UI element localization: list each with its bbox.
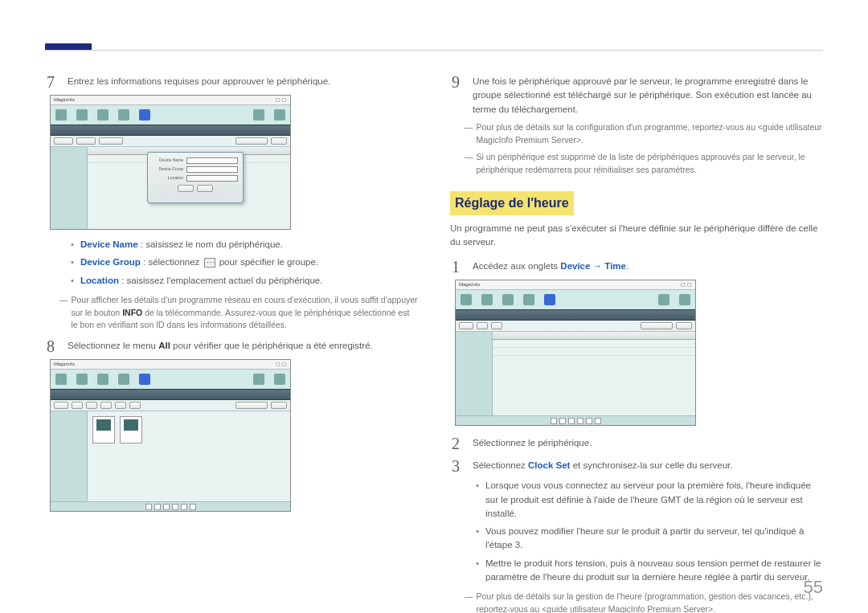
step-text: Accédez aux onglets Device → Time. — [473, 257, 823, 275]
screenshot-main — [493, 332, 695, 415]
step-number: 3 — [450, 456, 461, 474]
screenshot-sidebar — [456, 332, 493, 415]
time-bullets: Lorsque vous vous connectez au serveur p… — [476, 479, 823, 584]
step-text: Sélectionnez Clock Set et synchronisez-l… — [473, 456, 823, 474]
step-1-time: 1 Accédez aux onglets Device → Time. — [450, 257, 823, 275]
screenshot-menubar — [51, 389, 290, 400]
screenshot-toolbar — [51, 136, 290, 147]
header-accent-bar — [45, 43, 92, 50]
label-device-group: Device Group — [80, 257, 141, 267]
note-config-program: Pour plus de détails sur la configuratio… — [465, 121, 823, 147]
info-button-label: INFO — [122, 308, 142, 317]
page-content: 7 Entrez les informations requises pour … — [45, 72, 823, 589]
screenshot-body — [456, 332, 695, 415]
header-divider — [45, 50, 823, 51]
screenshot-toolbar — [51, 400, 290, 411]
menu-all-label: All — [158, 341, 170, 350]
screenshot-window-controls: ▢ ▢ — [681, 281, 692, 288]
clock-set-label: Clock Set — [528, 460, 570, 470]
page-number: 55 — [804, 574, 823, 600]
intro-text: Un programme ne peut pas s'exécuter si l… — [450, 222, 823, 250]
browse-icon — [204, 258, 215, 268]
text-device-group-pre: : sélectionnez — [141, 257, 203, 267]
arrow-icon: → — [590, 261, 604, 271]
text-device-name: : saisissez le nom du périphérique. — [138, 239, 283, 249]
text-location: : saisissez l'emplacement actuel du péri… — [119, 276, 322, 285]
bullet-device-name: Device Name : saisissez le nom du périph… — [71, 238, 418, 251]
left-column: 7 Entrez les informations requises pour … — [45, 72, 418, 589]
step-3-time: 3 Sélectionnez Clock Set et synchronisez… — [450, 456, 823, 474]
note-time-management: Pour plus de détails sur la gestion de l… — [465, 591, 823, 613]
screenshot-main — [88, 411, 290, 501]
label-device-name: Device Name — [80, 239, 138, 249]
screenshot-approve-dialog: Device Name Device Group Location — [147, 152, 244, 203]
screenshot-menubar — [51, 125, 290, 136]
screenshot-menubar — [456, 309, 695, 321]
note-info-remote: Pour afficher les détails d'un programme… — [59, 294, 418, 332]
step-number: 2 — [450, 434, 461, 452]
screenshot-nav — [51, 105, 290, 125]
screenshot-sidebar — [51, 411, 88, 501]
screenshot-approve-device: MagicInfo ▢ ▢ — [50, 95, 291, 230]
screenshot-body — [51, 411, 290, 501]
tab-time-label: Time — [604, 261, 626, 271]
step-8: 8 Sélectionnez le menu All pour vérifier… — [45, 337, 418, 354]
step-7: 7 Entrez les informations requises pour … — [45, 72, 418, 90]
screenshot-pager — [456, 415, 695, 425]
bullet-gmt: Lorsque vous vous connectez au serveur p… — [476, 479, 823, 521]
right-column: 9 Une fois le périphérique approuvé par … — [450, 72, 823, 589]
screenshot-titlebar: MagicInfo ▢ ▢ — [51, 96, 290, 105]
screenshot-device-time: MagicInfo ▢ ▢ — [455, 280, 696, 426]
step-number: 9 — [450, 72, 461, 116]
bullet-device-group: Device Group : sélectionnez pour spécifi… — [71, 255, 418, 269]
screenshot-titlebar: MagicInfo ▢ ▢ — [456, 280, 695, 290]
screenshot-brand: MagicInfo — [54, 361, 75, 368]
step-text: Entrez les informations requises pour ap… — [68, 72, 418, 90]
text-device-group-post: pour spécifier le groupe. — [217, 257, 319, 267]
label-location: Location — [80, 276, 119, 285]
heading-time-setting: Réglage de l'heure — [450, 191, 574, 215]
screenshot-nav — [456, 290, 695, 309]
step-text: Sélectionnez le menu All pour vérifier q… — [68, 337, 418, 354]
bullet-modify-server: Vous pouvez modifier l'heure sur le prod… — [476, 525, 823, 553]
screenshot-device-list: MagicInfo ▢ ▢ — [50, 359, 291, 512]
screenshot-nav — [51, 370, 290, 389]
bullet-power-cycle: Mettre le produit hors tension, puis à n… — [476, 557, 823, 585]
step-number: 7 — [45, 72, 56, 90]
screenshot-pager — [51, 501, 290, 511]
screenshot-window-controls: ▢ ▢ — [276, 361, 287, 368]
step-text: Sélectionnez le périphérique. — [473, 434, 823, 452]
screenshot-brand: MagicInfo — [54, 96, 75, 104]
tab-device-label: Device — [560, 261, 590, 271]
step-2-time: 2 Sélectionnez le périphérique. — [450, 434, 823, 452]
step-text: Une fois le périphérique approuvé par le… — [473, 72, 823, 116]
step-9: 9 Une fois le périphérique approuvé par … — [450, 72, 823, 116]
screenshot-window-controls: ▢ ▢ — [276, 96, 287, 104]
screenshot-brand: MagicInfo — [459, 281, 480, 288]
screenshot-titlebar: MagicInfo ▢ ▢ — [51, 360, 290, 370]
screenshot-sidebar — [51, 147, 88, 229]
bullet-location: Location : saisissez l'emplacement actue… — [71, 274, 418, 288]
bullet-list: Device Name : saisissez le nom du périph… — [71, 238, 418, 288]
step-number: 8 — [45, 337, 56, 354]
screenshot-toolbar — [456, 321, 695, 332]
note-device-removed: Si un périphérique est supprimé de la li… — [465, 151, 823, 177]
step-number: 1 — [450, 257, 461, 275]
